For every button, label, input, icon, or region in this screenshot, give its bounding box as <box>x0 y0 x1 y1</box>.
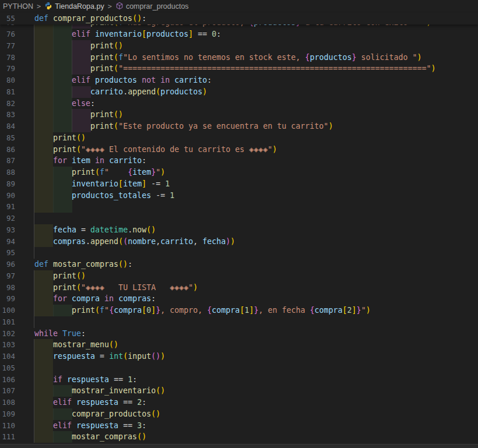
line-number[interactable]: 76 <box>0 29 15 40</box>
code-line[interactable]: 91 <box>0 201 478 213</box>
breadcrumb-folder[interactable]: PYTHON <box>3 2 33 10</box>
code-line[interactable]: 55def comprar_productos(): <box>0 13 478 24</box>
line-number[interactable]: 86 <box>0 144 15 156</box>
code-line[interactable]: 82 else: <box>0 98 478 110</box>
line-number[interactable]: 84 <box>0 121 15 132</box>
line-number[interactable]: 101 <box>0 316 15 328</box>
code-line[interactable]: 90 productos_totales -= 1 <box>0 190 478 202</box>
line-number[interactable]: 94 <box>0 236 15 248</box>
code-line[interactable]: 95 <box>0 247 478 259</box>
token: compra <box>212 306 240 315</box>
token: in <box>95 156 109 165</box>
breadcrumb: PYTHON > TiendaRopa.py > comprar_product… <box>0 0 478 13</box>
line-number[interactable]: 103 <box>0 339 15 351</box>
line-number[interactable]: 95 <box>0 247 15 259</box>
code-line[interactable]: 103 mostrar_menu() <box>0 339 478 351</box>
editor-code-area[interactable]: 76 elif inventario[productos] == 0:77 pr… <box>0 29 478 443</box>
token: productos <box>310 53 352 62</box>
token: ( <box>95 168 100 177</box>
breadcrumb-symbol[interactable]: comprar_productos <box>115 2 189 12</box>
code-line[interactable]: 86 print("◈◈◈◈ El contenido de tu carrit… <box>0 144 478 156</box>
code-line[interactable]: 80 elif productos not in carrito: <box>0 75 478 86</box>
code-line[interactable]: 84 print("Este producto ya se encuentra … <box>0 121 478 132</box>
breadcrumb-file[interactable]: TiendaRopa.py <box>44 2 104 12</box>
code-line[interactable]: 101 <box>0 316 478 328</box>
code-line[interactable]: 87 for item in carrito: <box>0 155 478 167</box>
line-number[interactable]: 107 <box>0 385 15 397</box>
line-number[interactable]: 98 <box>0 282 15 294</box>
line-number[interactable]: 83 <box>0 109 15 121</box>
code-line[interactable]: 107 mostrar_inventario() <box>0 385 478 397</box>
line-number[interactable]: 81 <box>0 86 15 98</box>
token: () <box>132 14 142 23</box>
line-number[interactable]: 93 <box>0 224 15 236</box>
code-line[interactable]: 105 <box>0 362 478 374</box>
code-text: print(f"Lo sentimos no tenemos en stock … <box>34 52 422 64</box>
line-number[interactable]: 111 <box>0 431 15 443</box>
code-line[interactable]: 96def mostar_compras(): <box>0 259 478 270</box>
code-line[interactable]: 98 print("◈◈◈◈ TU LISTA ◈◈◈◈") <box>0 282 478 294</box>
token: " <box>104 168 128 177</box>
line-number[interactable]: 104 <box>0 351 15 362</box>
code-line[interactable]: 111 mostar_compras() <box>0 431 478 443</box>
code-line[interactable]: 104 respuesta = int(input()) <box>0 351 478 362</box>
token: carrito <box>160 237 193 246</box>
token: for <box>53 156 72 165</box>
line-number[interactable]: 89 <box>0 178 15 190</box>
line-number[interactable]: 108 <box>0 397 15 408</box>
line-number[interactable]: 105 <box>0 362 15 374</box>
line-number[interactable]: 80 <box>0 75 15 86</box>
line-number[interactable]: 85 <box>0 132 15 144</box>
code-line[interactable]: 88 print(f" {item}") <box>0 167 478 178</box>
line-number[interactable]: 78 <box>0 52 15 64</box>
line-number[interactable]: 100 <box>0 305 15 316</box>
line-number[interactable]: 102 <box>0 328 15 340</box>
line-number[interactable]: 110 <box>0 420 15 432</box>
code-line[interactable]: 106 if respuesta == 1: <box>0 374 478 386</box>
line-number[interactable]: 87 <box>0 155 15 167</box>
line-number[interactable]: 96 <box>0 259 15 270</box>
code-line[interactable]: 81 carrito.append(productos) <box>0 86 478 98</box>
line-number[interactable]: 109 <box>0 408 15 420</box>
code-line[interactable]: 97 print() <box>0 270 478 282</box>
line-number[interactable]: 55 <box>0 13 15 24</box>
code-line[interactable]: 79 print("==============================… <box>0 63 478 75</box>
token: 1 <box>128 375 132 384</box>
line-number[interactable]: 106 <box>0 374 15 386</box>
code-line[interactable]: 110 elif respuesta == 3: <box>0 420 478 432</box>
token: mostar_compras <box>72 432 137 441</box>
code-line[interactable]: 93 fecha = datetime.now() <box>0 224 478 236</box>
line-number[interactable]: 88 <box>0 167 15 178</box>
code-line[interactable]: 102while True: <box>0 328 478 340</box>
line-number[interactable]: 90 <box>0 190 15 202</box>
code-line[interactable]: 109 comprar_productos() <box>0 408 478 420</box>
code-line[interactable]: 108 elif respuesta == 2: <box>0 397 478 408</box>
code-text: comprar_productos() <box>34 408 160 420</box>
code-line[interactable]: 77 print() <box>0 40 478 52</box>
token: [ <box>343 306 347 315</box>
token: ( <box>114 122 118 130</box>
code-line[interactable]: 100 print(f"{compra[0]}, compro, {compra… <box>0 305 478 316</box>
code-line[interactable]: 99 for compra in compras: <box>0 293 478 305</box>
line-number[interactable]: 97 <box>0 270 15 282</box>
line-number[interactable]: 92 <box>0 213 15 224</box>
bottom-panel-edge <box>0 444 478 448</box>
code-line[interactable]: 78 print(f"Lo sentimos no tenemos en sto… <box>0 52 478 64</box>
code-line[interactable]: 85 print() <box>0 132 478 144</box>
code-line[interactable]: 89 inventario[item] -= 1 <box>0 178 478 190</box>
line-number[interactable]: 79 <box>0 63 15 75</box>
code-line[interactable]: 76 elif inventario[productos] == 0: <box>0 29 478 40</box>
token: compra <box>72 294 104 303</box>
line-number[interactable]: 77 <box>0 40 15 52</box>
code-line[interactable]: 94 compras.append((nombre,carrito, fecha… <box>0 236 478 248</box>
line-number[interactable]: 75 <box>0 24 15 29</box>
line-number[interactable]: 82 <box>0 98 15 110</box>
token: : <box>151 294 156 303</box>
code-line[interactable]: 92 <box>0 213 478 224</box>
line-number[interactable]: 99 <box>0 293 15 305</box>
code-line[interactable]: 75 print(f"Has agregado el producto, {pr… <box>0 24 478 29</box>
line-number[interactable]: 91 <box>0 201 15 213</box>
clipped-code-line[interactable]: 75 print(f"Has agregado el producto, {pr… <box>0 24 478 29</box>
code-line[interactable]: 83 print() <box>0 109 478 121</box>
sticky-scroll-line[interactable]: 55def comprar_productos(): <box>0 13 478 24</box>
